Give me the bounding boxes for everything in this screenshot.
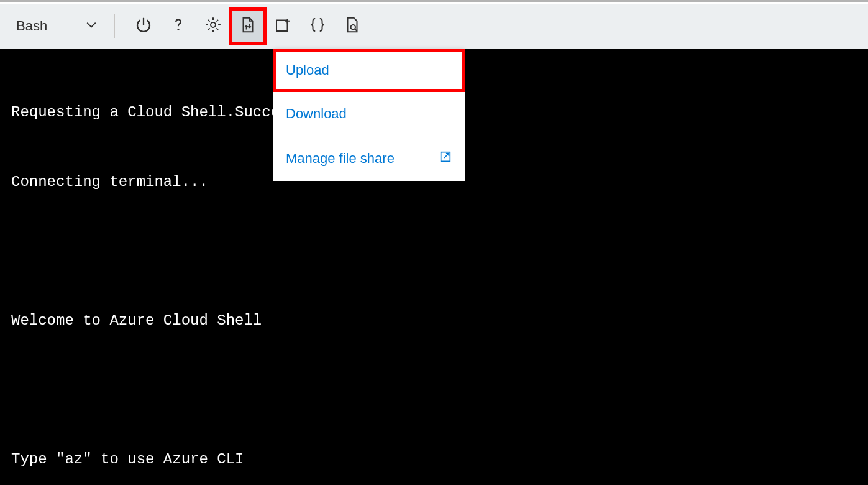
svg-point-0 — [178, 29, 180, 30]
new-session-button[interactable] — [265, 9, 300, 44]
preview-icon — [343, 16, 362, 37]
terminal-blank-line — [11, 379, 857, 402]
svg-point-1 — [211, 22, 216, 27]
file-menu-dropdown: Upload Download Manage file share — [273, 48, 465, 181]
settings-button[interactable] — [196, 9, 231, 44]
web-preview-button[interactable] — [335, 9, 370, 44]
help-button[interactable] — [161, 9, 196, 44]
upload-menu-item[interactable]: Upload — [273, 48, 465, 92]
terminal-output-line: Type "az" to use Azure CLI — [11, 448, 857, 471]
chevron-down-icon — [86, 18, 97, 34]
manage-label: Manage file share — [286, 150, 395, 167]
svg-point-3 — [351, 25, 356, 30]
manage-file-share-menu-item[interactable]: Manage file share — [273, 136, 465, 181]
download-label: Download — [286, 106, 347, 122]
terminal-output-line: Welcome to Azure Cloud Shell — [11, 309, 857, 332]
braces-icon — [308, 16, 327, 37]
editor-button[interactable] — [300, 9, 335, 44]
new-session-icon — [273, 16, 292, 37]
shell-selector-label: Bash — [16, 18, 47, 34]
help-icon — [169, 16, 188, 37]
terminal-blank-line — [11, 240, 857, 263]
power-icon — [134, 16, 153, 37]
svg-rect-2 — [276, 21, 288, 32]
cloud-shell-toolbar: Bash — [0, 4, 868, 48]
upload-label: Upload — [286, 62, 329, 78]
download-menu-item[interactable]: Download — [273, 92, 465, 136]
restart-button[interactable] — [126, 9, 161, 44]
external-link-icon — [439, 150, 452, 167]
gear-icon — [204, 16, 222, 37]
upload-download-button[interactable] — [231, 9, 265, 44]
shell-selector[interactable]: Bash — [10, 14, 103, 38]
file-updown-icon — [239, 16, 257, 37]
toolbar-divider — [114, 14, 115, 38]
